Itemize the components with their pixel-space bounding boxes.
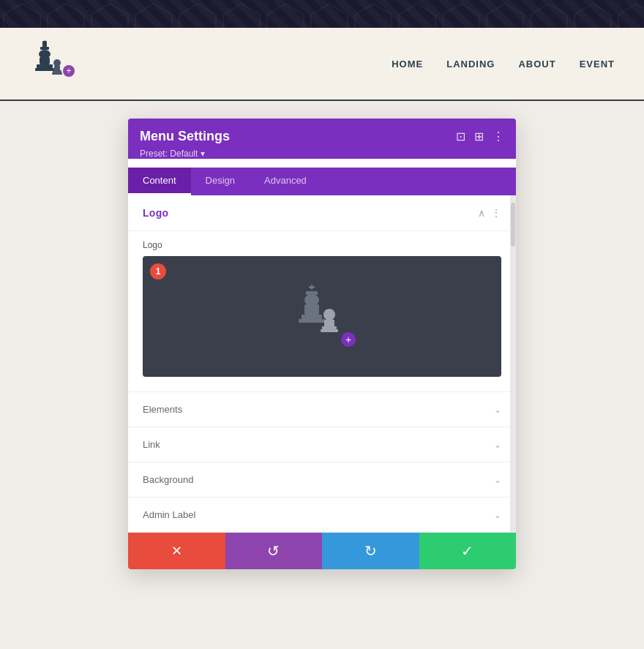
scrollbar[interactable] — [510, 195, 516, 533]
columns-icon[interactable]: ⊞ — [474, 130, 484, 143]
svg-rect-15 — [304, 304, 319, 315]
tab-design[interactable]: Design — [191, 168, 250, 195]
svg-point-7 — [53, 59, 61, 67]
logo-plus-circle: + — [341, 332, 356, 347]
logo-section-icons: ∧ ⋮ — [478, 207, 501, 219]
cancel-icon: ✕ — [171, 543, 182, 559]
logo-section-header: Logo ∧ ⋮ — [128, 195, 516, 231]
link-label: Link — [143, 439, 160, 450]
logo-badge: 1 — [150, 263, 166, 280]
panel-title: Menu Settings — [140, 129, 230, 144]
link-chevron: ⌄ — [494, 440, 501, 450]
scrollbar-thumb — [511, 203, 515, 247]
undo-icon: ↺ — [267, 542, 280, 560]
logo-plus-badge: + — [63, 65, 75, 77]
svg-rect-5 — [37, 64, 53, 68]
logo-section-title: Logo — [143, 207, 168, 219]
tab-content[interactable]: Content — [128, 168, 191, 195]
action-bar: ✕ ↺ ↻ ✓ — [128, 533, 516, 569]
save-button[interactable]: ✓ — [419, 533, 517, 569]
settings-panel: Menu Settings ⊡ ⊞ ⋮ Preset: Default ▾ Co… — [128, 119, 516, 569]
svg-rect-19 — [324, 320, 334, 327]
panel-preset[interactable]: Preset: Default ▾ — [140, 149, 504, 159]
svg-rect-20 — [322, 326, 337, 329]
admin-label-section[interactable]: Admin Label ⌄ — [128, 498, 516, 533]
section-more-icon[interactable]: ⋮ — [491, 207, 501, 219]
svg-rect-4 — [40, 57, 50, 64]
svg-rect-6 — [35, 68, 54, 71]
background-label: Background — [143, 474, 193, 485]
svg-rect-8 — [54, 66, 60, 71]
logo-label: Logo — [143, 240, 501, 250]
cancel-button[interactable]: ✕ — [128, 533, 225, 569]
more-options-icon[interactable]: ⋮ — [493, 130, 504, 143]
nav-about[interactable]: ABOUT — [518, 59, 555, 70]
background-chevron: ⌄ — [494, 475, 501, 485]
site-logo: + — [29, 40, 75, 89]
elements-section[interactable]: Elements ⌄ — [128, 392, 516, 427]
svg-point-14 — [304, 294, 319, 306]
tab-advanced[interactable]: Advanced — [250, 168, 321, 195]
svg-rect-21 — [321, 329, 338, 332]
collapse-icon[interactable]: ∧ — [478, 207, 485, 219]
redo-button[interactable]: ↻ — [322, 533, 419, 569]
svg-rect-9 — [53, 70, 61, 72]
svg-rect-12 — [311, 285, 312, 290]
panel-tabs: Content Design Advanced — [128, 168, 516, 195]
svg-rect-10 — [52, 72, 62, 75]
svg-rect-17 — [299, 319, 325, 323]
admin-label-chevron: ⌄ — [494, 510, 501, 520]
logo-upload-area[interactable]: 1 — [143, 256, 501, 377]
svg-rect-16 — [302, 315, 322, 319]
undo-button[interactable]: ↺ — [225, 533, 323, 569]
elements-chevron: ⌄ — [494, 405, 501, 415]
panel-header-icons: ⊡ ⊞ ⋮ — [456, 130, 504, 143]
svg-rect-1 — [45, 40, 45, 48]
expand-icon[interactable]: ⊡ — [456, 130, 465, 143]
panel-body: Logo ∧ ⋮ Logo 1 — [128, 195, 516, 533]
background-section[interactable]: Background ⌄ — [128, 462, 516, 498]
admin-label-text: Admin Label — [143, 509, 195, 520]
panel-header: Menu Settings ⊡ ⊞ ⋮ Preset: Default ▾ — [128, 119, 516, 159]
svg-point-18 — [323, 309, 335, 320]
elements-label: Elements — [143, 404, 182, 415]
nav-home[interactable]: HOME — [392, 59, 423, 70]
save-icon: ✓ — [461, 542, 473, 560]
main-area: Menu Settings ⊡ ⊞ ⋮ Preset: Default ▾ Co… — [0, 101, 644, 649]
svg-rect-2 — [40, 47, 49, 50]
nav-landing[interactable]: LANDING — [446, 59, 495, 70]
logo-section-content: Logo 1 — [128, 231, 516, 392]
top-banner — [0, 0, 644, 28]
redo-icon: ↻ — [364, 542, 377, 560]
nav-event[interactable]: EVENT — [580, 59, 615, 70]
chess-logo-icon — [29, 40, 67, 89]
site-header: + HOME LANDING ABOUT EVENT — [0, 28, 644, 101]
site-nav: HOME LANDING ABOUT EVENT — [392, 59, 615, 70]
panel-title-row: Menu Settings ⊡ ⊞ ⋮ — [140, 129, 504, 144]
link-section[interactable]: Link ⌄ — [128, 427, 516, 462]
